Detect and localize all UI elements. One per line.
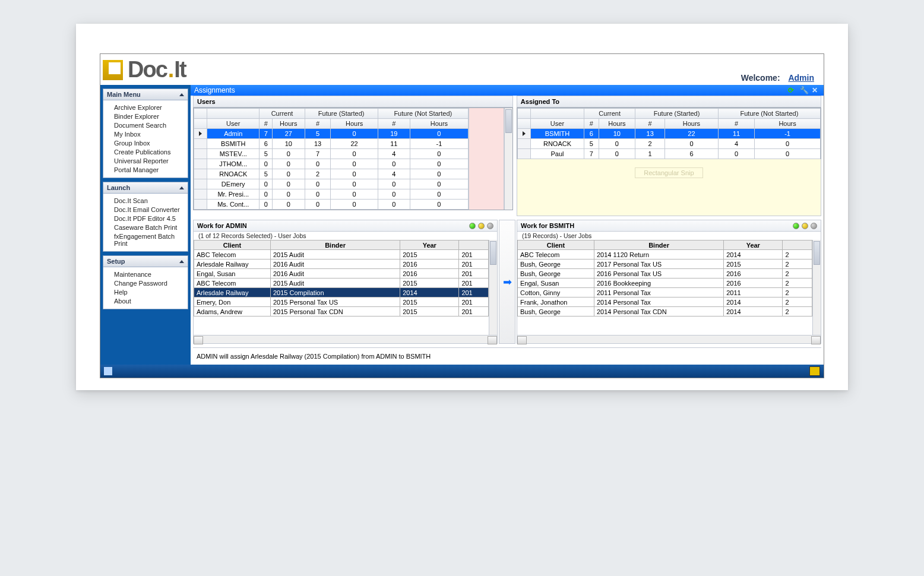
assign-arrows: ➡: [499, 220, 515, 344]
work-left-hscroll[interactable]: [194, 335, 497, 343]
work-right-hscroll[interactable]: [517, 335, 821, 343]
rectangular-snip-button[interactable]: Rectangular Snip: [635, 167, 703, 178]
panel-launch-head[interactable]: Launch: [103, 182, 188, 194]
sidebar-mainmenu-item[interactable]: Universal Reporter: [114, 156, 188, 165]
jobs-row[interactable]: Engal, Susan2016 Bookkeeping20162: [518, 278, 812, 288]
work-left-grid[interactable]: ClientBinderYearABC Telecom2015 Audit201…: [194, 240, 489, 317]
app-window: Doc . It Welcome: Admin Main Menu Archiv…: [100, 53, 824, 378]
grid-row[interactable]: MSTEV...507040: [194, 149, 469, 159]
jobs-row[interactable]: Adams, Andrew2015 Personal Tax CDN201520…: [194, 307, 489, 317]
assigned-header: Assigned To: [517, 96, 821, 107]
sidebar-launch-item[interactable]: Doc.It Email Converter: [114, 205, 188, 214]
panel-launch: Launch Doc.It ScanDoc.It Email Converter…: [103, 182, 188, 252]
grid-row[interactable]: RNOACK502040: [517, 139, 820, 149]
sidebar-launch-item[interactable]: fxEngagement Batch Print: [114, 232, 188, 248]
jobs-row[interactable]: Frank, Jonathon2014 Personal Tax20142: [518, 298, 812, 307]
sidebar-mainmenu-item[interactable]: Group Inbox: [114, 138, 188, 147]
panel-setup-head[interactable]: Setup: [103, 256, 188, 267]
jobs-row[interactable]: Engal, Susan2016 Audit2016201: [194, 269, 489, 278]
sidebar-mainmenu-item[interactable]: Binder Explorer: [114, 112, 188, 121]
grid-row[interactable]: Paul701600: [517, 149, 820, 159]
status-dot-grey-icon[interactable]: [811, 223, 817, 229]
work-left-title: Work for ADMIN: [197, 222, 247, 229]
work-right-title: Work for BSMITH: [521, 222, 574, 229]
status-dot-grey-icon[interactable]: [487, 223, 493, 229]
users-header: Users: [193, 96, 513, 107]
jobs-row[interactable]: Arlesdale Railway2015 Compilation2014201: [194, 288, 489, 298]
work-left-records: (1 of 12 Records Selected) - User Jobs: [194, 232, 497, 240]
sidebar-mainmenu-item[interactable]: Portal Manager: [114, 165, 188, 174]
welcome-label: Welcome:: [741, 73, 780, 83]
grid-row[interactable]: RNOACK502040: [194, 169, 469, 179]
welcome-user-link[interactable]: Admin: [788, 73, 814, 83]
assign-right-button[interactable]: ➡: [501, 276, 514, 289]
status-dot-green-icon[interactable]: [793, 223, 799, 229]
topbar: Doc . It Welcome: Admin: [100, 54, 824, 85]
logo-dot: .: [168, 57, 173, 83]
taskbar-tray-icon[interactable]: [809, 366, 820, 376]
jobs-row[interactable]: ABC Telecom2014 1120 Return20142: [518, 250, 812, 259]
wrench-icon[interactable]: 🔧: [800, 86, 808, 94]
main: Assignments ⟳ 🔧 ✕ Users CurrentFutu: [191, 85, 824, 365]
panel-setup-title: Setup: [107, 258, 125, 265]
jobs-row[interactable]: Emery, Don2015 Personal Tax US2015201: [194, 298, 489, 307]
work-right-scrollbar[interactable]: [812, 240, 821, 335]
grid-row[interactable]: BSMITH610132211-1: [517, 129, 820, 139]
grid-row[interactable]: JTHOM...000000: [194, 159, 469, 169]
jobs-row[interactable]: Bush, George2017 Personal Tax US20152: [518, 259, 812, 269]
assigned-grid[interactable]: CurrentFuture (Started)Future (Not Start…: [517, 108, 821, 159]
close-icon[interactable]: ✕: [812, 86, 820, 94]
sidebar-setup-item[interactable]: Maintenance: [114, 270, 188, 278]
panel-mainmenu-head[interactable]: Main Menu: [103, 89, 188, 100]
status-dot-yellow-icon[interactable]: [478, 223, 485, 229]
jobs-row[interactable]: Bush, George2016 Personal Tax US20162: [518, 269, 812, 278]
users-scrollbar[interactable]: [504, 108, 512, 210]
chevron-up-icon: [179, 260, 184, 263]
chevron-up-icon: [179, 186, 184, 189]
sidebar-setup-item[interactable]: About: [114, 296, 188, 305]
sidebar-mainmenu-item[interactable]: My Inbox: [114, 129, 188, 138]
sidebar: Main Menu Archive ExplorerBinder Explore…: [100, 85, 191, 365]
status-dot-green-icon[interactable]: [469, 223, 476, 229]
sidebar-launch-item[interactable]: Doc.It Scan: [114, 196, 188, 205]
logo: Doc . It: [103, 57, 186, 83]
work-right-grid[interactable]: ClientBinderYearABC Telecom2014 1120 Ret…: [517, 240, 812, 317]
work-left-scrollbar[interactable]: [489, 240, 497, 335]
logo-icon: [103, 60, 123, 80]
panel-setup: Setup MaintenanceChange PasswordHelpAbou…: [103, 255, 188, 309]
sidebar-launch-item[interactable]: Caseware Batch Print: [114, 223, 188, 232]
status-message: ADMIN will assign Arlesdale Railway (201…: [193, 347, 821, 365]
sidebar-mainmenu-item[interactable]: Document Search: [114, 121, 188, 129]
sidebar-mainmenu-item[interactable]: Create Publications: [114, 147, 188, 156]
jobs-row[interactable]: Arlesdale Railway2016 Audit2016201: [194, 259, 489, 269]
welcome: Welcome: Admin: [741, 73, 814, 83]
panel-launch-title: Launch: [107, 184, 130, 191]
work-right-pane: Work for BSMITH (19 Records) - User Jobs…: [517, 220, 821, 344]
sidebar-setup-item[interactable]: Change Password: [114, 278, 188, 287]
logo-text-2: It: [174, 57, 185, 83]
grid-row[interactable]: DEmery000000: [194, 179, 469, 189]
taskbar: [100, 365, 824, 378]
assigned-drop-area: Rectangular Snip: [517, 159, 821, 216]
jobs-row[interactable]: Bush, George2014 Personal Tax CDN20142: [518, 307, 812, 317]
work-left-pane: Work for ADMIN (1 of 12 Records Selected…: [193, 220, 498, 344]
subwindow-title: Assignments: [194, 86, 235, 94]
sidebar-mainmenu-item[interactable]: Archive Explorer: [114, 103, 188, 112]
status-dot-yellow-icon[interactable]: [802, 223, 808, 229]
jobs-row[interactable]: Cotton, Ginny2011 Personal Tax20112: [518, 288, 812, 298]
panel-mainmenu-title: Main Menu: [107, 91, 141, 98]
users-gap: [469, 108, 504, 210]
jobs-row[interactable]: ABC Telecom2015 Audit2015201: [194, 278, 489, 288]
grid-row[interactable]: BSMITH610132211-1: [194, 139, 469, 149]
users-grid[interactable]: CurrentFuture (Started)Future (Not Start…: [194, 108, 469, 210]
logo-text-1: Doc: [128, 57, 167, 83]
grid-row[interactable]: Ms. Cont...000000: [194, 200, 469, 210]
sidebar-launch-item[interactable]: Doc.It PDF Editor 4.5: [114, 214, 188, 223]
work-right-records: (19 Records) - User Jobs: [517, 232, 821, 240]
refresh-icon[interactable]: ⟳: [788, 86, 796, 94]
sidebar-setup-item[interactable]: Help: [114, 287, 188, 296]
jobs-row[interactable]: ABC Telecom2015 Audit2015201: [194, 250, 489, 259]
grid-row[interactable]: Mr. Presi...000000: [194, 189, 469, 200]
taskbar-app-icon[interactable]: [104, 367, 112, 375]
grid-row[interactable]: Admin72750190: [194, 129, 469, 139]
